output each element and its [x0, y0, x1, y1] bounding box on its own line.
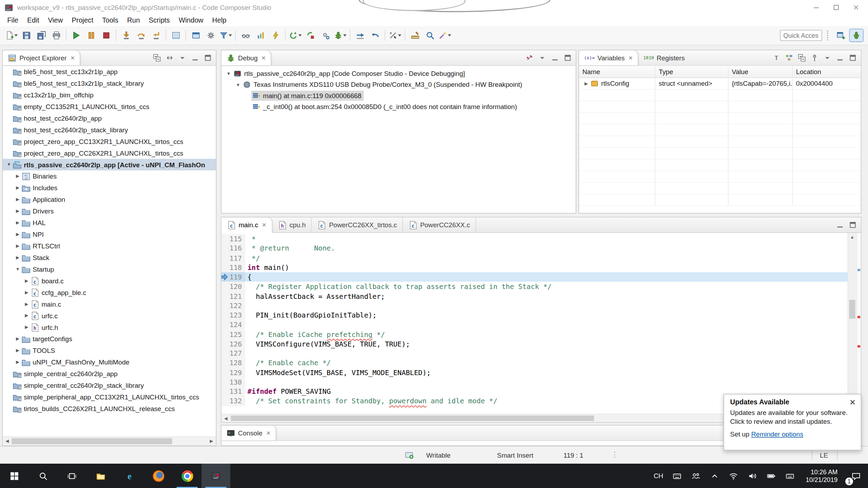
line-number[interactable]: 115 — [227, 234, 245, 243]
filter-button[interactable] — [219, 29, 233, 42]
line-number[interactable]: 124 — [227, 320, 245, 330]
expander-icon[interactable]: ▶ — [14, 243, 22, 248]
menu-item-help[interactable]: Help — [208, 15, 231, 25]
code-line[interactable]: 125 /* Enable iCache prefetching */ — [222, 330, 848, 339]
profile-button[interactable] — [254, 29, 267, 42]
annotation-margin[interactable] — [222, 311, 227, 320]
line-number[interactable]: 119 — [227, 272, 245, 282]
maximize-window-button[interactable] — [826, 0, 846, 15]
annotation-margin[interactable] — [222, 320, 227, 330]
touch-keyboard-tray-button[interactable] — [781, 464, 800, 488]
line-number[interactable]: 118 — [227, 263, 245, 272]
run-to-line-button[interactable] — [353, 29, 367, 42]
expander-icon[interactable]: ▶ — [14, 185, 22, 190]
step-into-button[interactable] — [119, 29, 133, 42]
project-tree-item[interactable]: Cempty_CC1352R1_LAUNCHXL_tirtos_ccs — [3, 101, 216, 112]
project-tree-item[interactable]: Cproject_zero_app_CC26X2R1_LAUNCHXL_tirt… — [3, 147, 216, 159]
memory-view-button[interactable] — [169, 29, 183, 42]
new-file-button[interactable] — [5, 29, 18, 42]
expander-icon[interactable]: ▶ — [14, 232, 22, 237]
expander-icon[interactable]: ▶ — [14, 360, 22, 365]
annotation-margin[interactable] — [222, 301, 227, 311]
maximize-icon[interactable] — [848, 220, 857, 230]
editor-tab-powercc26xx-c[interactable]: cPowerCC26XX.c — [403, 217, 476, 232]
battery-tray-button[interactable] — [762, 464, 780, 488]
ime-keyboard-tray-button[interactable] — [668, 464, 687, 488]
expander-icon[interactable]: ▶ — [14, 255, 22, 260]
magic-wand-button[interactable] — [438, 29, 452, 42]
scrollbar-thumb[interactable] — [849, 300, 855, 319]
project-tree-item[interactable]: ▶Includes — [3, 182, 216, 194]
menu-item-tools[interactable]: Tools — [98, 15, 123, 25]
step-over-button[interactable] — [134, 29, 148, 42]
suspend-button[interactable] — [84, 29, 98, 42]
project-tree-item[interactable]: ▶NPI — [3, 229, 216, 240]
project-tree-item[interactable]: Cble5_host_test_cc13x2r1lp_app — [3, 66, 216, 78]
link-with-editor-icon[interactable] — [164, 53, 174, 63]
measure-button[interactable] — [408, 29, 422, 42]
line-number[interactable]: 123 — [227, 311, 245, 320]
task-view-taskbar-button[interactable] — [58, 464, 86, 488]
edge-taskbar-button[interactable]: e — [115, 464, 144, 488]
close-icon[interactable]: × — [262, 221, 266, 229]
line-number[interactable]: 131 — [227, 387, 245, 396]
status-indicator-icon[interactable] — [405, 450, 415, 460]
minimize-window-button[interactable] — [806, 0, 826, 15]
close-window-button[interactable] — [846, 0, 866, 15]
annotation-margin[interactable] — [222, 339, 227, 349]
code-line[interactable]: 130 — [222, 377, 848, 387]
new-file-dropdown-arrow[interactable] — [14, 34, 18, 36]
code-line[interactable]: 117 */ — [222, 253, 848, 263]
debug-dropdown-arrow[interactable] — [343, 34, 346, 36]
watch-expressions-button[interactable] — [239, 29, 252, 42]
editor-tab-cpu-h[interactable]: hcpu.h — [272, 217, 312, 232]
show-logical-structure-icon[interactable] — [784, 53, 794, 63]
minimize-icon[interactable] — [550, 53, 560, 63]
terminate-button[interactable] — [99, 29, 113, 42]
start-taskbar-button[interactable] — [0, 464, 29, 488]
project-tree-item[interactable]: Chost_test_cc2640r2lp_app — [3, 112, 216, 124]
project-tree-item[interactable]: Csimple_central_cc2640r2lp_stack_library — [3, 380, 216, 391]
minimize-icon[interactable] — [835, 53, 845, 63]
code-editor[interactable]: 115 *116 * @return None.117 */118int mai… — [222, 233, 848, 414]
annotation-margin[interactable] — [222, 263, 227, 272]
network-tray-button[interactable] — [724, 464, 743, 488]
code-line[interactable]: 115 * — [222, 234, 848, 243]
maximize-icon[interactable] — [562, 53, 572, 63]
collapse-all-icon[interactable] — [152, 53, 162, 63]
annotation-margin[interactable] — [222, 291, 227, 301]
close-icon[interactable]: ✕ — [849, 399, 856, 406]
tab-registers[interactable]: 1010 Registers — [638, 50, 690, 65]
project-tree-item[interactable]: ▼Startup — [3, 263, 216, 275]
perspective-bar-handle[interactable] — [827, 30, 828, 40]
overview-mark-current-line[interactable] — [857, 269, 860, 271]
view-menu-icon[interactable] — [177, 53, 187, 63]
search-taskbar-button[interactable] — [29, 464, 58, 488]
menu-item-scripts[interactable]: Scripts — [144, 15, 174, 25]
maximize-icon[interactable] — [848, 53, 857, 63]
editor-tab-powercc26xx-tirtos-c[interactable]: cPowerCC26XX_tirtos.c — [312, 217, 403, 232]
quick-access-input[interactable] — [780, 30, 822, 41]
magic-wand-dropdown-arrow[interactable] — [448, 34, 451, 36]
code-line[interactable]: 122 — [222, 301, 848, 311]
menu-item-edit[interactable]: Edit — [23, 15, 44, 25]
annotation-margin[interactable] — [222, 358, 227, 368]
code-line[interactable]: 120 /* Register Application callback to … — [222, 282, 848, 291]
annotation-margin[interactable] — [222, 396, 227, 406]
tab-debug[interactable]: Debug × — [222, 50, 271, 65]
project-tree-item[interactable]: ▶Stack — [3, 252, 216, 263]
code-line[interactable]: 119{ — [222, 272, 848, 282]
project-tree-item[interactable]: ▶cboard.c — [3, 275, 216, 287]
ccs-debug-perspective-button[interactable] — [849, 29, 864, 42]
project-tree-item[interactable]: ▶Drivers — [3, 205, 216, 217]
project-tree-item[interactable]: Cble5_host_test_cc13x2r1lp_stack_library — [3, 78, 216, 89]
annotation-margin[interactable] — [222, 253, 227, 263]
project-tree-item[interactable]: Csimple_peripheral_app_CC13X2R1_LAUNCHXL… — [3, 391, 216, 403]
filter-dropdown-arrow[interactable] — [229, 34, 232, 36]
action-center-button[interactable]: 1 — [844, 464, 868, 488]
annotation-margin[interactable] — [222, 377, 227, 387]
debug-tree-item[interactable]: main() at main.c:119 0x00006668 — [222, 90, 576, 101]
project-tree-item[interactable]: ▼RTSCrtls_passive_cc2640r2lp_app [Active… — [3, 159, 216, 170]
project-tree-item[interactable]: ▶cccfg_app_ble.c — [3, 287, 216, 298]
step-back-button[interactable] — [368, 29, 382, 42]
